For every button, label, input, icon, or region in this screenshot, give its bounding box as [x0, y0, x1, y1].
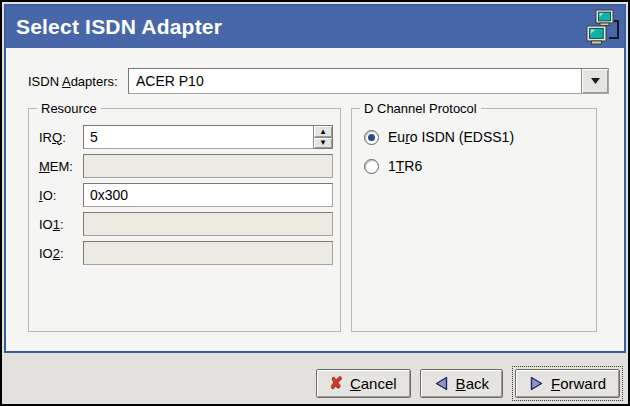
io-input[interactable]: [83, 183, 333, 207]
d-channel-group-title: D Channel Protocol: [360, 101, 481, 116]
mem-field: [83, 154, 333, 178]
radio-label-euro-isdn: Euro ISDN (EDSS1): [388, 129, 514, 145]
isdn-adapter-combobox[interactable]: ACER P10: [128, 68, 609, 94]
io2-input: [83, 241, 333, 265]
select-isdn-adapter-dialog: Select ISDN Adapter ISDN Adapters: AC: [0, 0, 630, 406]
irq-label: IRQ:: [39, 130, 83, 145]
radio-label-1tr6: 1TR6: [388, 158, 422, 174]
network-computers-icon: [585, 8, 621, 52]
isdn-adapters-row: ISDN Adapters: ACER P10: [28, 68, 609, 94]
wizard-panel: Select ISDN Adapter ISDN Adapters: AC: [4, 4, 626, 353]
page-title: Select ISDN Adapter: [16, 15, 222, 39]
mem-input: [83, 154, 333, 178]
cancel-button-label: Cancel: [350, 375, 397, 392]
arrow-up-icon: ▴: [321, 127, 326, 136]
radio-selected-icon[interactable]: [364, 130, 379, 145]
spin-up-button[interactable]: ▴: [314, 126, 332, 137]
arrow-right-icon: [529, 376, 544, 391]
irq-input[interactable]: [83, 125, 313, 149]
io1-label: IO1:: [39, 217, 83, 232]
resource-group-title: Resource: [37, 101, 101, 116]
forward-button-label: Forward: [551, 375, 606, 392]
radio-unselected-icon[interactable]: [364, 159, 379, 174]
chevron-down-icon: [590, 77, 601, 85]
isdn-adapter-selected-value: ACER P10: [129, 69, 581, 93]
io-label: IO:: [39, 188, 83, 203]
arrow-left-icon: [434, 376, 449, 391]
irq-spin-buttons: ▴ ▾: [313, 125, 333, 149]
io1-field: [83, 212, 333, 236]
back-button-label: Back: [456, 375, 489, 392]
mem-label: MEM:: [39, 159, 83, 174]
io-field: [83, 183, 333, 207]
resource-groupbox: Resource IRQ: ▴ ▾ MEM: IO:: [28, 108, 341, 332]
forward-button[interactable]: Forward: [515, 369, 620, 398]
combo-dropdown-button[interactable]: [581, 69, 608, 93]
spin-down-button[interactable]: ▾: [314, 137, 332, 149]
io2-label: IO2:: [39, 246, 83, 261]
d-channel-protocol-groupbox: D Channel Protocol Euro ISDN (EDSS1) 1TR…: [351, 108, 597, 332]
radio-option-euro-isdn[interactable]: Euro ISDN (EDSS1): [364, 127, 596, 147]
arrow-down-icon: ▾: [321, 138, 326, 147]
back-button[interactable]: Back: [420, 369, 503, 398]
dialog-button-bar: ✘ Cancel Back Forward: [316, 364, 624, 402]
dialog-header: Select ISDN Adapter: [6, 6, 624, 48]
cancel-button[interactable]: ✘ Cancel: [316, 369, 411, 398]
resource-fields: IRQ: ▴ ▾ MEM: IO: IO1:: [29, 109, 340, 265]
red-x-icon: ✘: [330, 375, 343, 391]
protocol-options: Euro ISDN (EDSS1) 1TR6: [352, 109, 596, 176]
irq-spinner: ▴ ▾: [83, 125, 333, 149]
radio-option-1tr6[interactable]: 1TR6: [364, 156, 596, 176]
forward-button-focus-ring: Forward: [512, 366, 623, 401]
isdn-adapters-label: ISDN Adapters:: [28, 74, 128, 89]
io2-field: [83, 241, 333, 265]
io1-input: [83, 212, 333, 236]
